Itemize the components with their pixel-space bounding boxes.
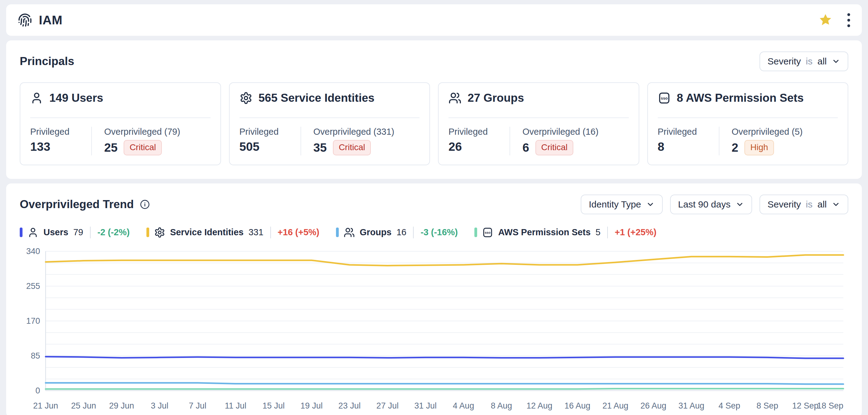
gear-icon: [240, 92, 252, 105]
user-icon: [30, 92, 43, 105]
legend-name: AWS Permission Sets: [498, 227, 591, 237]
legend-separator: [607, 227, 608, 238]
svg-text:255: 255: [26, 281, 40, 291]
overprivileged-label: Overprivileged (79): [104, 127, 180, 137]
legend-swatch: [474, 228, 477, 237]
svg-text:31 Jul: 31 Jul: [414, 401, 436, 410]
sso-icon: sso: [482, 227, 493, 238]
kebab-menu-icon[interactable]: [847, 13, 850, 27]
severity-badge: Critical: [124, 140, 162, 155]
svg-text:18 Sep: 18 Sep: [817, 401, 843, 410]
svg-text:170: 170: [26, 316, 40, 326]
svg-text:85: 85: [31, 351, 40, 360]
svg-text:3 Jul: 3 Jul: [151, 401, 168, 410]
chevron-down-icon: [832, 200, 840, 209]
legend-change: +16 (+5%): [278, 227, 319, 237]
chevron-down-icon: [646, 200, 655, 209]
legend-separator: [90, 227, 91, 238]
trend-line-chart[interactable]: 08517025534021 Jun25 Jun29 Jun3 Jul7 Jul…: [20, 243, 848, 415]
principal-cards: 149 Users Privileged 133 Overprivileged …: [20, 82, 848, 165]
svg-text:26 Aug: 26 Aug: [641, 401, 666, 410]
legend-name: Users: [43, 227, 68, 237]
info-icon[interactable]: [140, 200, 150, 209]
svg-text:25 Jun: 25 Jun: [71, 401, 96, 410]
page-title: IAM: [39, 13, 63, 27]
legend-item[interactable]: Groups 16 -3 (-16%): [336, 227, 458, 238]
filter-field: Severity: [768, 56, 801, 67]
legend-item[interactable]: Users 79 -2 (-2%): [20, 227, 130, 238]
svg-text:4 Aug: 4 Aug: [453, 401, 474, 410]
users-group-icon: [448, 92, 461, 105]
legend-item[interactable]: sso AWS Permission Sets 5 +1 (+25%): [474, 227, 656, 238]
svg-text:8 Aug: 8 Aug: [491, 401, 512, 410]
trend-severity-filter[interactable]: Severity is all: [760, 195, 848, 214]
trend-title: Overprivileged Trend: [20, 198, 134, 211]
legend-name: Groups: [360, 227, 392, 237]
card-title: 27 Groups: [468, 92, 524, 105]
legend-swatch: [20, 228, 23, 237]
card-title: 565 Service Identities: [258, 92, 374, 105]
overprivileged-label: Overprivileged (331): [313, 127, 395, 137]
privileged-value: 26: [448, 140, 509, 153]
svg-text:340: 340: [26, 247, 40, 256]
principals-section: Principals Severity is all 149 Users: [6, 40, 862, 179]
chevron-down-icon: [832, 57, 840, 66]
privileged-value: 8: [658, 140, 719, 153]
svg-text:sso: sso: [485, 230, 491, 234]
principal-card[interactable]: sso 8 AWS Permission Sets Privileged 8 O…: [647, 82, 848, 165]
legend-item[interactable]: Service Identities 331 +16 (+5%): [147, 227, 319, 238]
svg-text:15 Jul: 15 Jul: [262, 401, 284, 410]
principal-card[interactable]: 27 Groups Privileged 26 Overprivileged (…: [438, 82, 639, 165]
overprivileged-value: 35: [313, 141, 327, 154]
legend-swatch: [147, 228, 149, 237]
overprivileged-label: Overprivileged (5): [732, 127, 803, 137]
chart-legend: Users 79 -2 (-2%) Service Identities 331…: [20, 227, 848, 238]
svg-text:12 Sep: 12 Sep: [792, 401, 819, 410]
overprivileged-value: 25: [104, 141, 118, 154]
principal-card[interactable]: 149 Users Privileged 133 Overprivileged …: [20, 82, 221, 165]
svg-text:21 Aug: 21 Aug: [602, 401, 628, 410]
severity-badge: High: [744, 140, 774, 155]
legend-value: 331: [248, 227, 263, 237]
trend-section: Overprivileged Trend Identity Type Last …: [6, 183, 862, 415]
legend-value: 79: [73, 227, 83, 237]
overprivileged-label: Overprivileged (16): [523, 127, 598, 137]
page: IAM Principals Severity is all: [0, 0, 868, 415]
identity-type-filter[interactable]: Identity Type: [581, 195, 663, 214]
svg-text:31 Aug: 31 Aug: [678, 401, 704, 410]
card-divider: [448, 117, 629, 118]
legend-name: Service Identities: [170, 227, 244, 237]
privileged-label: Privileged: [240, 127, 301, 137]
legend-value: 5: [595, 227, 600, 237]
filter-label: Last 90 days: [678, 199, 731, 210]
svg-text:21 Jun: 21 Jun: [33, 401, 58, 410]
severity-badge: Critical: [535, 140, 574, 155]
legend-change: -2 (-2%): [97, 227, 130, 237]
user-icon: [27, 227, 38, 238]
card-title: 149 Users: [49, 92, 103, 105]
privileged-label: Privileged: [30, 127, 91, 137]
filter-value: all: [817, 56, 827, 67]
fingerprint-icon: [18, 13, 32, 27]
time-range-filter[interactable]: Last 90 days: [670, 195, 752, 214]
favorite-star-icon[interactable]: [818, 13, 833, 27]
principals-title: Principals: [20, 55, 74, 68]
principals-severity-filter[interactable]: Severity is all: [760, 52, 848, 71]
svg-text:16 Aug: 16 Aug: [564, 401, 590, 410]
sso-icon: sso: [658, 92, 671, 105]
filter-value: all: [817, 199, 827, 210]
legend-value: 16: [396, 227, 406, 237]
filter-field: Severity: [768, 199, 801, 210]
legend-change: +1 (+25%): [615, 227, 656, 237]
gear-icon: [154, 227, 165, 238]
svg-text:4 Sep: 4 Sep: [718, 401, 740, 410]
svg-text:11 Jul: 11 Jul: [225, 401, 246, 410]
principal-card[interactable]: 565 Service Identities Privileged 505 Ov…: [229, 82, 430, 165]
privileged-label: Privileged: [448, 127, 509, 137]
card-title: 8 AWS Permission Sets: [677, 92, 804, 105]
filter-operator: is: [806, 56, 812, 67]
legend-separator: [413, 227, 414, 238]
users-group-icon: [344, 227, 355, 238]
svg-text:0: 0: [35, 386, 40, 395]
svg-text:23 Jul: 23 Jul: [338, 401, 361, 410]
